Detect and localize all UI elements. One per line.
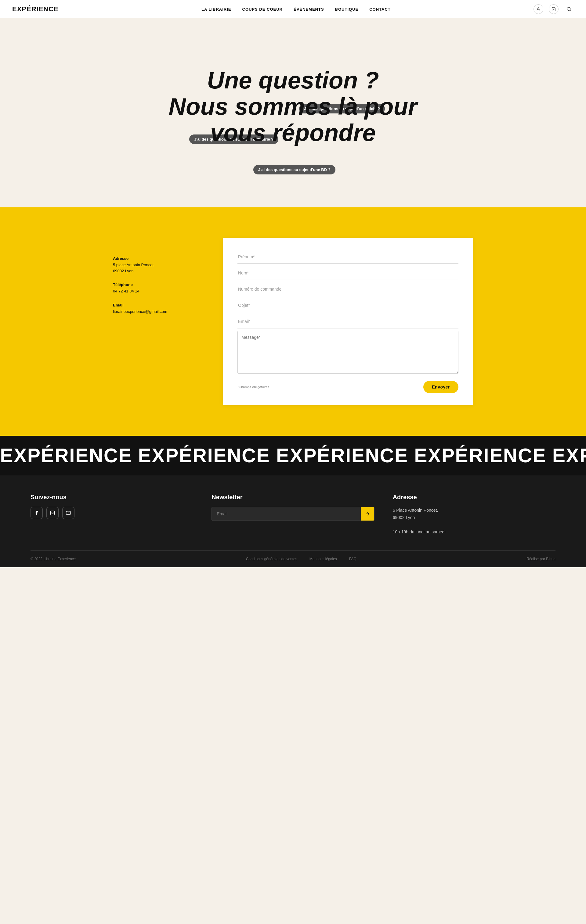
nav-coups-de-coeur[interactable]: COUPS DE COEUR bbox=[242, 7, 283, 12]
marquee-band: EXPÉRIENCE EXPÉRIENCE EXPÉRIENCE EXPÉRIE… bbox=[0, 436, 586, 475]
address-label: Adresse bbox=[113, 256, 192, 261]
user-icon-button[interactable] bbox=[533, 4, 543, 14]
message-field[interactable] bbox=[237, 331, 459, 374]
nav-evenements[interactable]: ÉVÉNEMENTS bbox=[294, 7, 324, 12]
phone-value: 04 72 41 84 14 bbox=[113, 288, 192, 294]
commande-field[interactable] bbox=[237, 282, 459, 296]
footer-link-faq[interactable]: FAQ bbox=[349, 557, 356, 561]
nav-boutique[interactable]: BOUTIQUE bbox=[335, 7, 359, 12]
follow-title: Suivez-nous bbox=[30, 494, 193, 501]
footer-address-title: Adresse bbox=[393, 494, 556, 501]
footer-address-text: 6 Place Antonin Poncet, 69002 Lyon 10h-1… bbox=[393, 507, 556, 536]
footer-link-mentions[interactable]: Mentions légales bbox=[310, 557, 337, 561]
contact-form-wrapper: *Champs obligatoires Envoyer bbox=[223, 238, 473, 405]
footer-credit: Réalisé par Bihua bbox=[526, 557, 556, 561]
instagram-icon-button[interactable] bbox=[46, 507, 59, 519]
prenom-row bbox=[237, 250, 459, 264]
hero-section: Une question ? Nous sommes là pour vous … bbox=[0, 0, 586, 207]
footer-main: Suivez-nous Newsletter bbox=[30, 494, 556, 550]
nav-la-librairie[interactable]: LA LIBRAIRIE bbox=[202, 7, 231, 12]
cart-icon-button[interactable] bbox=[549, 4, 558, 14]
navbar: EXPÉRIENCE LA LIBRAIRIE COUPS DE COEUR É… bbox=[0, 0, 586, 18]
nom-field[interactable] bbox=[237, 266, 459, 280]
footer: Suivez-nous Newsletter bbox=[0, 475, 586, 567]
svg-marker-6 bbox=[68, 512, 69, 513]
bubble-bd[interactable]: J'ai des questions au sujet d'une BD ? bbox=[253, 165, 335, 175]
contact-form: *Champs obligatoires Envoyer bbox=[237, 250, 459, 393]
nav-contact[interactable]: CONTACT bbox=[369, 7, 391, 12]
newsletter-title: Newsletter bbox=[212, 494, 374, 501]
navbar-icons bbox=[533, 4, 574, 14]
objet-field[interactable] bbox=[237, 299, 459, 312]
email-value: librairieexperience@gmail.com bbox=[113, 309, 192, 315]
contact-section: Adresse 5 place Antonin Poncet 69002 Lyo… bbox=[0, 207, 586, 436]
email-row bbox=[237, 315, 459, 328]
footer-newsletter: Newsletter bbox=[212, 494, 374, 536]
facebook-icon-button[interactable] bbox=[30, 507, 43, 519]
phone-block: Téléphone 04 72 41 84 14 bbox=[113, 282, 192, 294]
phone-label: Téléphone bbox=[113, 282, 192, 287]
email-block: Email librairieexperience@gmail.com bbox=[113, 303, 192, 315]
message-row bbox=[237, 331, 459, 376]
required-note: *Champs obligatoires bbox=[237, 385, 270, 389]
prenom-field[interactable] bbox=[237, 250, 459, 264]
nom-row bbox=[237, 266, 459, 280]
footer-bottom-links: Conditions générales de ventes Mentions … bbox=[246, 557, 356, 561]
svg-line-3 bbox=[570, 10, 571, 11]
nav-menu: LA LIBRAIRIE COUPS DE COEUR ÉVÉNEMENTS B… bbox=[202, 7, 391, 12]
marquee-text-1: EXPÉRIENCE EXPÉRIENCE EXPÉRIENCE EXPÉRIE… bbox=[0, 444, 586, 467]
footer-bottom: © 2022 Librairie Expérience Conditions g… bbox=[30, 550, 556, 567]
contact-info: Adresse 5 place Antonin Poncet 69002 Lyo… bbox=[113, 238, 192, 323]
form-footer: *Champs obligatoires Envoyer bbox=[237, 381, 459, 393]
svg-point-0 bbox=[538, 7, 539, 9]
newsletter-form bbox=[212, 507, 374, 521]
copyright: © 2022 Librairie Expérience bbox=[30, 557, 76, 561]
newsletter-submit-button[interactable] bbox=[361, 507, 374, 521]
newsletter-input[interactable] bbox=[212, 507, 361, 521]
search-icon-button[interactable] bbox=[564, 4, 574, 14]
marquee-inner: EXPÉRIENCE EXPÉRIENCE EXPÉRIENCE EXPÉRIE… bbox=[0, 444, 586, 467]
youtube-icon-button[interactable] bbox=[62, 507, 74, 519]
footer-address: Adresse 6 Place Antonin Poncet, 69002 Ly… bbox=[393, 494, 556, 536]
svg-point-2 bbox=[567, 7, 570, 11]
hero-title: Une question ? Nous sommes là pour vous … bbox=[169, 68, 417, 146]
address-block: Adresse 5 place Antonin Poncet 69002 Lyo… bbox=[113, 256, 192, 274]
footer-link-cgv[interactable]: Conditions générales de ventes bbox=[246, 557, 297, 561]
social-icons bbox=[30, 507, 193, 519]
email-label: Email bbox=[113, 303, 192, 307]
commande-row bbox=[237, 282, 459, 296]
email-field[interactable] bbox=[237, 315, 459, 328]
site-logo[interactable]: EXPÉRIENCE bbox=[12, 5, 59, 13]
footer-follow: Suivez-nous bbox=[30, 494, 193, 536]
address-value: 5 place Antonin Poncet 69002 Lyon bbox=[113, 262, 192, 274]
envoyer-button[interactable]: Envoyer bbox=[423, 381, 459, 393]
svg-rect-4 bbox=[50, 511, 54, 515]
objet-row bbox=[237, 299, 459, 312]
